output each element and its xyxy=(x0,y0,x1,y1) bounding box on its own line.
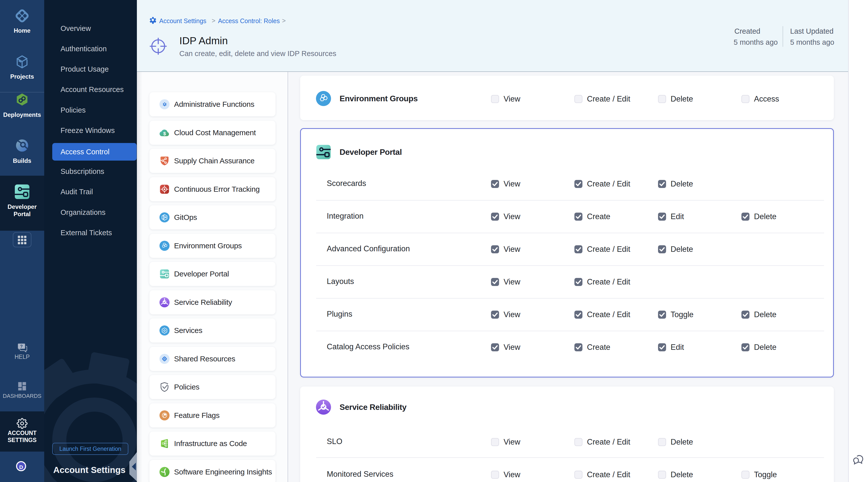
svg-text:$: $ xyxy=(163,131,166,136)
svg-text:?: ? xyxy=(20,344,23,349)
